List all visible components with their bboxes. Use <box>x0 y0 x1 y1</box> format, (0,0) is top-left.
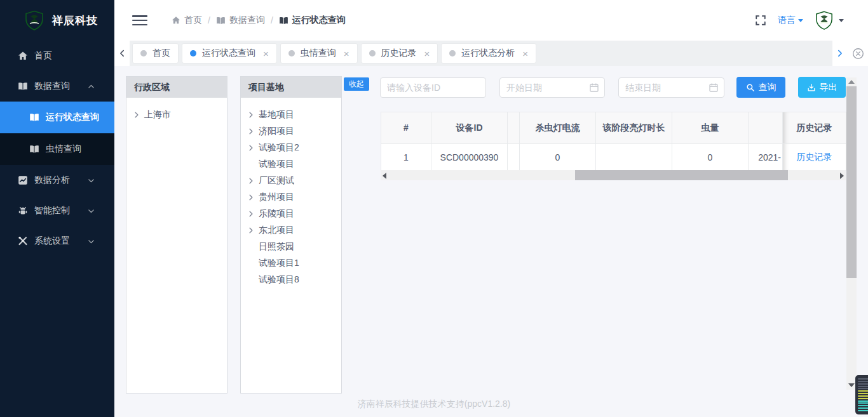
project-tree: 基地项目 济阳项目 试验项目2 试验项目 厂区测试 贵州项目 <box>241 98 341 297</box>
book-icon <box>29 144 39 154</box>
tree-item-project[interactable]: 厂区测试 <box>247 173 335 189</box>
tabs-scroll-right-button[interactable] <box>832 41 848 66</box>
chevron-down-icon <box>87 207 95 215</box>
user-menu[interactable] <box>815 11 844 30</box>
breadcrumb-label: 首页 <box>184 15 202 26</box>
tab-home[interactable]: 首页 <box>132 43 179 63</box>
stripe <box>858 405 868 406</box>
export-button[interactable]: 导出 <box>798 77 846 98</box>
sidebar-item-insect-query[interactable]: 虫情查询 <box>0 133 114 165</box>
sidebar-item-system-settings[interactable]: 系统设置 <box>0 226 114 256</box>
cell-lamp-current: 0 <box>520 144 596 171</box>
sidebar-item-label: 系统设置 <box>34 235 70 247</box>
chevron-down-icon <box>87 176 95 185</box>
stripe <box>858 383 868 385</box>
cell-partial <box>508 144 520 171</box>
hamburger-icon <box>132 15 147 17</box>
sidebar-item-data-query[interactable]: 数据查询 <box>0 71 114 102</box>
end-date-field <box>618 77 724 98</box>
column-header-date-partial <box>749 112 783 144</box>
tree-item-project[interactable]: 基地项目 <box>247 107 335 123</box>
tree-item-project[interactable]: 试验项目8 <box>247 272 335 288</box>
sidebar-item-smart-control[interactable]: 智能控制 <box>0 195 114 226</box>
sidebar-item-label: 智能控制 <box>34 205 70 216</box>
tab-label: 虫情查询 <box>301 48 336 59</box>
chevron-right-icon <box>247 128 255 135</box>
scroll-left-arrow-icon[interactable] <box>383 173 386 179</box>
brand-logo-icon <box>24 10 44 30</box>
search-icon <box>746 83 755 92</box>
tab-insect-query[interactable]: 虫情查询 <box>280 43 358 63</box>
tab-dot <box>140 50 147 56</box>
chevron-down-icon <box>798 19 803 22</box>
tree-item-label: 试验项目 <box>259 159 294 170</box>
language-menu[interactable]: 语言 <box>778 15 803 26</box>
stripe <box>858 378 868 380</box>
tree-item-shanghai[interactable]: 上海市 <box>133 107 220 123</box>
menu-toggle-button[interactable] <box>132 15 147 25</box>
column-header-device-id: 设备ID <box>431 112 508 144</box>
home-icon <box>172 16 180 25</box>
sidebar-item-label: 虫情查询 <box>46 143 81 155</box>
history-link[interactable]: 历史记录 <box>797 152 832 162</box>
start-date-field <box>499 77 605 98</box>
tree-item-project[interactable]: 试验项目 <box>247 156 335 173</box>
tab-label: 历史记录 <box>381 48 417 59</box>
collapse-panels-button[interactable]: 收起 <box>344 77 369 91</box>
horizontal-scrollbar-thumb[interactable] <box>575 170 788 180</box>
close-all-tabs-button[interactable] <box>848 41 868 66</box>
tab-run-status-query[interactable]: 运行状态查询 <box>182 43 277 63</box>
close-icon[interactable] <box>263 49 269 58</box>
tree-item-project[interactable]: 贵州项目 <box>247 189 335 206</box>
scroll-down-arrow-icon[interactable] <box>848 383 855 387</box>
tree-item-project[interactable]: 试验项目2 <box>247 140 335 156</box>
chevron-right-icon <box>836 49 844 58</box>
chevron-right-icon <box>247 194 255 201</box>
scroll-right-arrow-icon[interactable] <box>840 173 844 179</box>
tabs-scroll-left-button[interactable] <box>114 41 130 66</box>
export-icon <box>807 83 816 92</box>
tab-run-status-analysis[interactable]: 运行状态分析 <box>441 43 536 63</box>
table-horizontal-scrollbar[interactable] <box>381 170 846 180</box>
cell-date: 2021- <box>749 144 783 171</box>
book-icon <box>216 16 226 25</box>
breadcrumb-section[interactable]: 数据查询 <box>216 15 265 26</box>
tree-item-label: 试验项目1 <box>259 258 299 269</box>
chevron-up-icon <box>87 83 95 91</box>
tree-item-project[interactable]: 东北项目 <box>247 222 335 239</box>
vertical-scrollbar[interactable] <box>846 77 857 390</box>
close-icon[interactable] <box>424 49 430 58</box>
sidebar-item-label: 数据查询 <box>34 81 70 92</box>
overlay-widget[interactable] <box>855 375 868 414</box>
sidebar-item-home[interactable]: 首页 <box>0 41 114 71</box>
scroll-up-arrow-icon[interactable] <box>848 80 855 84</box>
table-header-row: # 设备ID 杀虫灯电流 该阶段亮灯时长 虫量 历史记录 <box>381 112 846 144</box>
breadcrumb-home[interactable]: 首页 <box>172 15 202 26</box>
tree-item-label: 试验项目8 <box>259 274 299 286</box>
tabs: 首页 运行状态查询 虫情查询 历史记录 运行状态分析 <box>132 41 830 66</box>
robot-icon <box>18 206 28 216</box>
vertical-scrollbar-thumb[interactable] <box>846 86 857 278</box>
hamburger-icon <box>132 20 147 22</box>
region-panel: 行政区域 上海市 <box>126 76 227 394</box>
close-icon[interactable] <box>522 49 528 58</box>
sidebar-item-data-analysis[interactable]: 数据分析 <box>0 165 114 195</box>
tab-dot <box>369 50 376 56</box>
close-icon[interactable] <box>344 49 349 58</box>
sidebar-item-run-status-query[interactable]: 运行状态查询 <box>0 102 114 133</box>
tree-item-project[interactable]: 日照茶园 <box>247 239 335 255</box>
sidebar-item-label: 首页 <box>34 50 52 62</box>
tree-item-label: 试验项目2 <box>259 142 299 154</box>
tree-item-project[interactable]: 济阳项目 <box>247 123 335 140</box>
search-button[interactable]: 查询 <box>736 77 785 98</box>
chevron-right-icon <box>247 111 255 119</box>
tree-item-project[interactable]: 试验项目1 <box>247 255 335 272</box>
stripe <box>858 407 868 409</box>
tree-item-project[interactable]: 乐陵项目 <box>247 206 335 222</box>
fullscreen-button[interactable] <box>755 15 766 26</box>
tab-history[interactable]: 历史记录 <box>361 43 438 63</box>
sidebar-menu: 首页 数据查询 运行状态查询 虫情查询 数据分析 智能控制 <box>0 41 114 256</box>
device-id-input[interactable] <box>380 77 486 98</box>
region-panel-title: 行政区域 <box>126 77 227 98</box>
tab-dot <box>288 50 295 56</box>
